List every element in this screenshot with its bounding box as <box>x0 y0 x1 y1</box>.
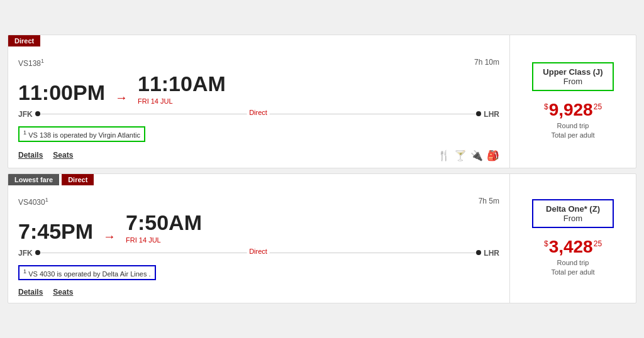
flight-right-1: Delta One* (Z)From$3,42825Round tripTota… <box>510 174 636 303</box>
flight-card-1: Lowest fareDirectVS403017h 5m7:45PM→7:50… <box>8 173 636 304</box>
flight-number-row-1: VS403017h 5m <box>18 197 499 207</box>
depart-time-0: 11:00PM <box>18 80 105 105</box>
badge-row-1: Lowest fareDirect <box>8 174 509 185</box>
price-sub1-1: Round trip <box>557 259 589 266</box>
badge-row-0: Direct <box>8 35 509 46</box>
price-class-label-0: Upper Class (J) <box>541 67 605 77</box>
price-sub-1: Round tripTotal per adult <box>551 258 594 278</box>
arrive-date-1: FRI 14 JUL <box>126 236 202 244</box>
price-from-label-1: From <box>541 214 605 223</box>
flight-main-0: VS13817h 10m11:00PM→11:10AMFRI 14 JUL <box>8 46 509 105</box>
origin-0: JFK <box>18 110 33 119</box>
price-dollar-0: $ <box>544 102 548 111</box>
price-sub2-1: Total per adult <box>551 268 594 276</box>
route-line-1: Direct <box>38 253 479 253</box>
flight-number-1: VS40301 <box>18 197 48 207</box>
flight-main-1: VS403017h 5m7:45PM→7:50AMFRI 14 JUL <box>8 185 509 244</box>
flight-right-0: Upper Class (J)From$9,92825Round tripTot… <box>510 35 636 168</box>
price-dollar-1: $ <box>544 239 548 248</box>
route-row-1: JFKDirectLHR <box>8 244 509 263</box>
operator-note-0: 1 VS 138 is operated by Virgin Atlantic <box>18 126 145 142</box>
seats-link-0[interactable]: Seats <box>53 151 73 160</box>
flight-number-0: VS1381 <box>18 58 44 68</box>
arrive-time-1: 7:50AM <box>126 210 202 234</box>
route-line-0: Direct <box>38 114 479 114</box>
price-amount-1: $3,42825 <box>544 238 602 256</box>
arrive-date-0: FRI 14 JUL <box>138 97 226 105</box>
price-main-0: 9,928 <box>549 101 593 119</box>
price-sub-0: Round tripTotal per adult <box>551 121 594 141</box>
price-main-1: 3,428 <box>549 238 593 256</box>
price-from-label-0: From <box>541 77 605 86</box>
duration-0: 7h 10m <box>474 58 499 68</box>
times-row-0: 11:00PM→11:10AMFRI 14 JUL <box>18 72 499 105</box>
badge-direct-0: Direct <box>8 35 40 46</box>
flight-left-0: DirectVS13817h 10m11:00PM→11:10AMFRI 14 … <box>8 35 510 168</box>
duration-1: 7h 5m <box>479 197 499 207</box>
arrive-block-1: 7:50AMFRI 14 JUL <box>126 210 202 244</box>
price-sub1-0: Round trip <box>557 122 589 129</box>
details-link-0[interactable]: Details <box>18 151 43 160</box>
details-link-1[interactable]: Details <box>18 288 43 297</box>
seats-link-1[interactable]: Seats <box>53 288 73 297</box>
origin-1: JFK <box>18 249 33 258</box>
arrow-icon-0: → <box>115 90 128 105</box>
arrow-icon-1: → <box>103 229 116 244</box>
price-sub2-0: Total per adult <box>551 131 594 139</box>
amenity-icon-0-3: 🎒 <box>487 150 499 161</box>
arrive-block-0: 11:10AMFRI 14 JUL <box>138 72 226 105</box>
amenity-icons-0: 🍴🍸🔌🎒 <box>438 150 499 161</box>
price-box-0[interactable]: Upper Class (J)From <box>532 62 614 91</box>
route-label-1: Direct <box>247 248 270 255</box>
destination-1: LHR <box>484 249 499 258</box>
depart-time-1: 7:45PM <box>18 219 93 244</box>
arrive-time-0: 11:10AM <box>138 72 226 95</box>
amenity-icon-0-2: 🔌 <box>470 150 483 161</box>
price-box-1[interactable]: Delta One* (Z)From <box>532 199 614 228</box>
times-row-1: 7:45PM→7:50AMFRI 14 JUL <box>18 210 499 244</box>
price-cents-1: 25 <box>594 239 602 248</box>
price-class-label-1: Delta One* (Z) <box>541 204 605 214</box>
route-label-0: Direct <box>247 109 270 116</box>
details-row-1: DetailsSeats <box>8 284 509 303</box>
operator-note-1: 1 VS 4030 is operated by Delta Air Lines… <box>18 265 156 281</box>
price-amount-0: $9,92825 <box>544 101 602 119</box>
price-cents-0: 25 <box>594 102 602 111</box>
details-row-0: DetailsSeats🍴🍸🔌🎒 <box>8 146 509 168</box>
destination-0: LHR <box>484 110 499 119</box>
flight-number-row-0: VS13817h 10m <box>18 58 499 68</box>
badge-lowest-fare-1: Lowest fare <box>8 174 59 185</box>
amenity-icon-0-0: 🍴 <box>438 150 450 161</box>
flight-left-1: Lowest fareDirectVS403017h 5m7:45PM→7:50… <box>8 174 510 303</box>
amenity-icon-0-1: 🍸 <box>454 150 467 161</box>
route-row-0: JFKDirectLHR <box>8 105 509 124</box>
badge-direct-1: Direct <box>62 174 94 185</box>
flights-container: DirectVS13817h 10m11:00PM→11:10AMFRI 14 … <box>8 35 636 303</box>
flight-card-0: DirectVS13817h 10m11:00PM→11:10AMFRI 14 … <box>8 35 636 168</box>
